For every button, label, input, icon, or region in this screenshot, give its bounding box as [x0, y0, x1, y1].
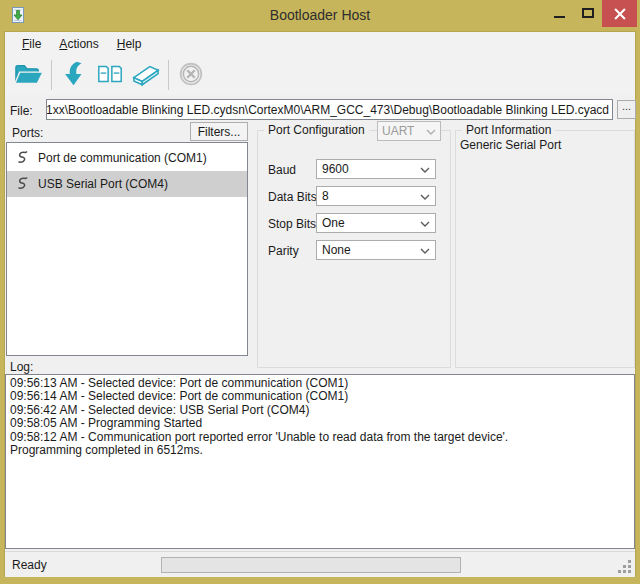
menu-help[interactable]: Help: [108, 34, 151, 54]
port-configuration-title: Port Configuration: [264, 123, 369, 137]
log-output[interactable]: 09:56:13 AM - Selected device: Port de c…: [5, 374, 635, 549]
port-configuration-group: Port Configuration UART Baud 9600 Data B…: [257, 130, 451, 368]
client-area: File Actions Help: [4, 31, 636, 577]
ports-label: Ports:: [12, 126, 43, 140]
chevron-down-icon: [420, 162, 430, 176]
stop-bits-dropdown[interactable]: One: [316, 213, 436, 233]
close-button[interactable]: [602, 0, 637, 27]
browse-file-button[interactable]: ...: [617, 100, 636, 119]
port-list-item-com1[interactable]: Port de communication (COM1): [7, 145, 247, 171]
erase-button[interactable]: [128, 58, 164, 92]
baud-dropdown[interactable]: 9600: [316, 159, 436, 179]
port-type-dropdown[interactable]: UART: [377, 121, 441, 141]
download-arrow-icon: [59, 59, 89, 92]
baud-label: Baud: [268, 163, 296, 177]
port-label: USB Serial Port (COM4): [38, 177, 168, 191]
progress-bar: [161, 557, 461, 573]
menu-actions[interactable]: Actions: [50, 34, 107, 54]
port-information-title: Port Information: [462, 123, 555, 137]
eraser-icon: [130, 60, 162, 91]
chevron-down-icon: [426, 124, 436, 138]
bootloader-host-window: Bootloader Host File Actions Help: [0, 0, 640, 584]
file-path-input[interactable]: ader_41xx\Bootloadable Blinking LED.cyds…: [46, 99, 613, 120]
menu-bar: File Actions Help: [5, 32, 635, 55]
chevron-down-icon: [420, 243, 430, 257]
log-line: 09:56:13 AM - Selected device: Port de c…: [10, 377, 630, 390]
port-information-text: Generic Serial Port: [460, 138, 561, 152]
serial-port-icon: [14, 176, 30, 192]
maximize-button[interactable]: [576, 0, 600, 26]
port-label: Port de communication (COM1): [38, 151, 207, 165]
ports-list: Port de communication (COM1) USB Serial …: [6, 142, 248, 356]
file-label: File:: [10, 104, 33, 118]
program-button[interactable]: [56, 58, 92, 92]
parity-label: Parity: [268, 244, 299, 258]
log-line: 09:56:42 AM - Selected device: USB Seria…: [10, 404, 630, 417]
open-folder-icon: [13, 60, 45, 91]
minimize-button[interactable]: [547, 0, 571, 26]
data-bits-label: Data Bits: [268, 190, 317, 204]
log-line: 09:56:14 AM - Selected device: Port de c…: [10, 390, 630, 403]
log-label: Log:: [10, 360, 33, 374]
close-icon: [614, 8, 626, 20]
toolbar: [5, 55, 635, 95]
chevron-down-icon: [420, 216, 430, 230]
maximize-icon: [582, 8, 594, 18]
status-bar: Ready: [5, 551, 635, 577]
log-line: Programming completed in 6512ms.: [10, 444, 630, 457]
verify-button[interactable]: [92, 58, 128, 92]
toolbar-separator: [51, 60, 52, 90]
log-line: 09:58:05 AM - Programming Started: [10, 417, 630, 430]
serial-port-icon: [14, 150, 30, 166]
abort-button[interactable]: [173, 58, 209, 92]
copy-documents-icon: [94, 60, 126, 91]
chevron-down-icon: [420, 189, 430, 203]
window-title: Bootloader Host: [0, 7, 640, 23]
titlebar: Bootloader Host: [0, 0, 640, 31]
parity-dropdown[interactable]: None: [316, 240, 436, 260]
stop-bits-label: Stop Bits: [268, 217, 316, 231]
filters-button[interactable]: Filters...: [190, 122, 248, 141]
data-bits-dropdown[interactable]: 8: [316, 186, 436, 206]
log-line: 09:58:12 AM - Communication port reporte…: [10, 431, 630, 444]
port-information-group: Port Information Generic Serial Port: [455, 130, 635, 368]
abort-circle-icon: [176, 59, 206, 92]
status-text: Ready: [12, 558, 47, 572]
minimize-icon: [554, 16, 565, 18]
port-list-item-com4[interactable]: USB Serial Port (COM4): [7, 171, 247, 197]
toolbar-separator: [168, 60, 169, 90]
menu-file[interactable]: File: [13, 34, 50, 54]
open-file-button[interactable]: [11, 58, 47, 92]
resize-grip-icon[interactable]: [628, 570, 631, 573]
